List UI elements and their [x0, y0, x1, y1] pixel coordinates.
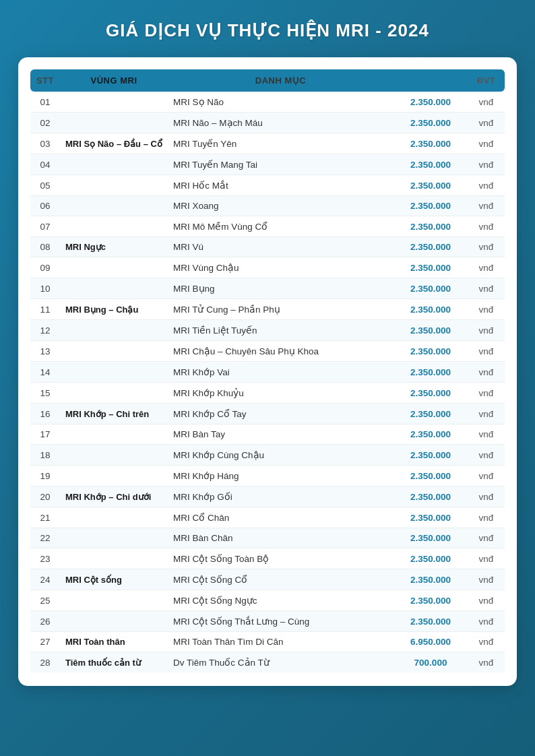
- main-card: STT VÙNG MRI DANH MỤC ĐƠN GIÁ ĐVT 01MRI …: [18, 57, 517, 686]
- cell-danhmuc: MRI Khớp Khuỷu: [168, 383, 394, 404]
- cell-dongia: 2.350.000: [394, 92, 468, 113]
- cell-stt: 04: [30, 154, 60, 175]
- cell-vung: [60, 175, 168, 196]
- cell-dvt: vnđ: [468, 507, 505, 528]
- cell-stt: 07: [30, 216, 60, 237]
- cell-dongia: 2.350.000: [394, 216, 468, 237]
- cell-stt: 09: [30, 257, 60, 278]
- cell-dvt: vnđ: [468, 196, 505, 216]
- cell-danhmuc: MRI Khớp Gối: [168, 486, 394, 507]
- page-title: GIÁ DỊCH VỤ THỰC HIỆN MRI - 2024: [106, 20, 429, 41]
- cell-danhmuc: MRI Bàn Tay: [168, 424, 394, 445]
- cell-dvt: vnđ: [468, 486, 505, 507]
- cell-danhmuc: MRI Tử Cung – Phần Phụ: [168, 299, 394, 320]
- cell-dvt: vnđ: [468, 383, 505, 404]
- cell-dongia: 2.350.000: [394, 133, 468, 154]
- cell-vung: [60, 113, 168, 133]
- cell-dongia: 6.950.000: [394, 632, 468, 652]
- table-row: 11MRI Bụng – ChậuMRI Tử Cung – Phần Phụ2…: [30, 299, 505, 320]
- table-row: 03MRI Sọ Não – Đầu – CổMRI Tuyến Yên2.35…: [30, 133, 505, 154]
- cell-vung: [60, 320, 168, 341]
- cell-vung: [60, 383, 168, 404]
- cell-stt: 18: [30, 445, 60, 466]
- table-row: 06MRI Xoang2.350.000vnđ: [30, 196, 505, 216]
- cell-danhmuc: MRI Khớp Háng: [168, 466, 394, 486]
- cell-dvt: vnđ: [468, 528, 505, 548]
- cell-vung: [60, 362, 168, 383]
- cell-danhmuc: MRI Tuyến Yên: [168, 133, 394, 154]
- cell-danhmuc: MRI Vú: [168, 237, 394, 257]
- cell-vung: [60, 466, 168, 486]
- cell-dvt: vnđ: [468, 404, 505, 424]
- cell-dvt: vnđ: [468, 320, 505, 341]
- table-header-row: STT VÙNG MRI DANH MỤC ĐƠN GIÁ ĐVT: [30, 69, 505, 92]
- cell-dongia: 2.350.000: [394, 154, 468, 175]
- cell-dvt: vnđ: [468, 113, 505, 133]
- cell-danhmuc: MRI Mô Mềm Vùng Cổ: [168, 216, 394, 237]
- cell-vung: [60, 445, 168, 466]
- table-row: 23MRI Cột Sống Toàn Bộ2.350.000vnđ: [30, 548, 505, 569]
- cell-danhmuc: MRI Cổ Chân: [168, 507, 394, 528]
- table-row: 21MRI Cổ Chân2.350.000vnđ: [30, 507, 505, 528]
- cell-stt: 22: [30, 528, 60, 548]
- cell-danhmuc: MRI Cột Sống Ngực: [168, 590, 394, 611]
- cell-dvt: vnđ: [468, 362, 505, 383]
- cell-dvt: vnđ: [468, 175, 505, 196]
- cell-danhmuc: MRI Cột Sống Cổ: [168, 569, 394, 590]
- cell-vung: [60, 548, 168, 569]
- cell-dvt: vnđ: [468, 590, 505, 611]
- cell-vung: [60, 507, 168, 528]
- cell-stt: 19: [30, 466, 60, 486]
- table-row: 09MRI Vùng Chậu2.350.000vnđ: [30, 257, 505, 278]
- cell-dvt: vnđ: [468, 445, 505, 466]
- cell-dongia: 2.350.000: [394, 341, 468, 362]
- table-row: 25MRI Cột Sống Ngực2.350.000vnđ: [30, 590, 505, 611]
- cell-vung: [60, 528, 168, 548]
- cell-danhmuc: MRI Não – Mạch Máu: [168, 113, 394, 133]
- cell-dvt: vnđ: [468, 154, 505, 175]
- cell-stt: 20: [30, 486, 60, 507]
- cell-dvt: vnđ: [468, 299, 505, 320]
- cell-vung: MRI Toàn thân: [60, 632, 168, 652]
- cell-dvt: vnđ: [468, 216, 505, 237]
- header-dvt: ĐVT: [468, 69, 505, 92]
- table-row: 15MRI Khớp Khuỷu2.350.000vnđ: [30, 383, 505, 404]
- table-row: 10MRI Bụng2.350.000vnđ: [30, 278, 505, 299]
- cell-dongia: 2.350.000: [394, 548, 468, 569]
- cell-vung: MRI Sọ Não – Đầu – Cổ: [60, 133, 168, 154]
- cell-danhmuc: MRI Cột Sống Toàn Bộ: [168, 548, 394, 569]
- cell-dongia: 2.350.000: [394, 237, 468, 257]
- price-table: STT VÙNG MRI DANH MỤC ĐƠN GIÁ ĐVT 01MRI …: [30, 69, 505, 672]
- cell-danhmuc: MRI Hốc Mắt: [168, 175, 394, 196]
- cell-stt: 12: [30, 320, 60, 341]
- table-row: 01MRI Sọ Não2.350.000vnđ: [30, 92, 505, 113]
- table-row: 05MRI Hốc Mắt2.350.000vnđ: [30, 175, 505, 196]
- cell-dongia: 2.350.000: [394, 466, 468, 486]
- header-dongia: ĐƠN GIÁ: [394, 69, 468, 92]
- cell-vung: MRI Cột sống: [60, 569, 168, 590]
- cell-dongia: 2.350.000: [394, 404, 468, 424]
- cell-stt: 08: [30, 237, 60, 257]
- table-row: 22MRI Bàn Chân2.350.000vnđ: [30, 528, 505, 548]
- cell-vung: [60, 341, 168, 362]
- cell-vung: [60, 196, 168, 216]
- table-body: 01MRI Sọ Não2.350.000vnđ02MRI Não – Mạch…: [30, 92, 505, 672]
- cell-dvt: vnđ: [468, 278, 505, 299]
- cell-vung: MRI Bụng – Chậu: [60, 299, 168, 320]
- cell-dvt: vnđ: [468, 548, 505, 569]
- cell-stt: 25: [30, 590, 60, 611]
- cell-stt: 28: [30, 652, 60, 672]
- cell-dvt: vnđ: [468, 92, 505, 113]
- cell-dongia: 2.350.000: [394, 257, 468, 278]
- cell-stt: 14: [30, 362, 60, 383]
- cell-danhmuc: MRI Khớp Cùng Chậu: [168, 445, 394, 466]
- cell-dongia: 2.350.000: [394, 528, 468, 548]
- cell-vung: [60, 92, 168, 113]
- cell-danhmuc: MRI Vùng Chậu: [168, 257, 394, 278]
- table-row: 26MRI Cột Sống Thắt Lưng – Cùng2.350.000…: [30, 611, 505, 632]
- cell-stt: 05: [30, 175, 60, 196]
- header-vung: VÙNG MRI: [60, 69, 168, 92]
- cell-dongia: 2.350.000: [394, 383, 468, 404]
- cell-vung: [60, 424, 168, 445]
- cell-dvt: vnđ: [468, 341, 505, 362]
